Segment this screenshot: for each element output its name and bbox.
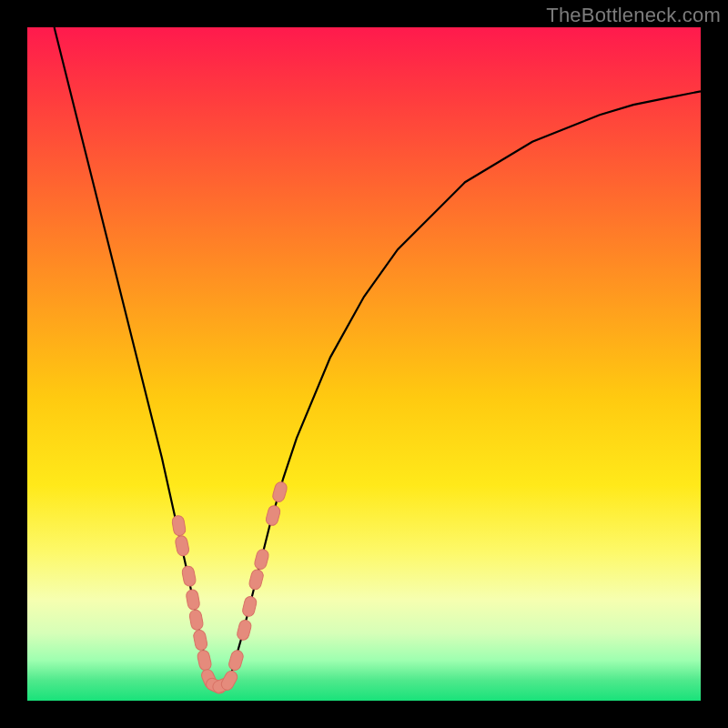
- highlight-marker: [197, 649, 212, 671]
- highlight-marker: [228, 649, 245, 672]
- highlight-marker: [265, 504, 281, 527]
- highlight-marker: [248, 569, 265, 592]
- highlight-marker: [181, 565, 197, 587]
- highlight-marker: [186, 589, 200, 611]
- highlight-marker: [193, 629, 208, 651]
- highlight-marker: [236, 619, 252, 641]
- chart-frame: TheBottleneck.com: [0, 0, 728, 728]
- watermark-text: TheBottleneck.com: [546, 4, 721, 27]
- highlight-marker: [188, 609, 204, 631]
- highlight-marker: [175, 535, 190, 557]
- highlight-marker: [271, 480, 288, 503]
- highlight-marker: [171, 515, 186, 537]
- chart-svg: [27, 27, 701, 701]
- plot-area: [27, 27, 701, 701]
- highlight-marker: [253, 548, 269, 571]
- bottleneck-curve: [55, 27, 701, 687]
- highlight-marker: [241, 595, 258, 617]
- highlight-markers: [171, 480, 288, 695]
